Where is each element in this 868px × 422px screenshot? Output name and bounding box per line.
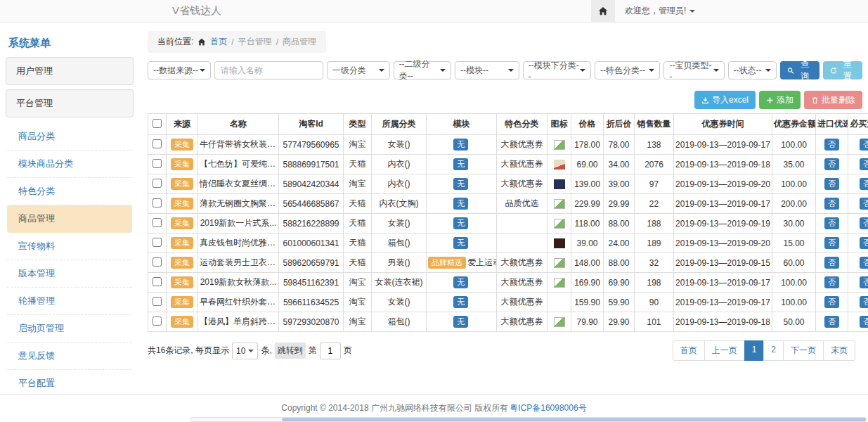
home-button[interactable]: [591, 0, 615, 23]
type-cell: 天猫: [344, 194, 372, 214]
sidebar-item-platform-config[interactable]: 平台配置: [7, 370, 132, 397]
sidebar-item-platform-mgmt[interactable]: 平台管理: [6, 89, 134, 117]
product-thumbnail-icon: [554, 238, 565, 248]
row-checkbox[interactable]: [153, 218, 162, 227]
coupon-time-cell: 2019-09-13—2019-09-18: [674, 312, 772, 332]
module-cell: 无: [427, 273, 497, 293]
sidebar-item-user-mgmt[interactable]: 用户管理: [6, 57, 134, 85]
module-select[interactable]: --模块--: [455, 61, 519, 79]
discount-cell: 69.90: [604, 273, 635, 293]
col-feature: 特色分类: [497, 114, 548, 135]
module-sub-select[interactable]: --模块下分类--: [523, 61, 591, 79]
page-1-button[interactable]: 1: [744, 340, 765, 361]
type-cell: 淘宝: [344, 135, 372, 155]
row-checkbox[interactable]: [153, 297, 162, 306]
category-cell: 女装(连衣裙): [372, 273, 427, 293]
category-cell: 内衣(): [372, 155, 427, 174]
batch-delete-button[interactable]: 批量删除: [804, 91, 862, 109]
sidebar-item-splash-mgmt[interactable]: 启动页管理: [7, 315, 132, 343]
name-input[interactable]: [214, 61, 323, 79]
taoke-id: 596611634525: [279, 293, 344, 312]
item-type-select[interactable]: --宝贝类型--: [663, 61, 724, 79]
prev-page-button[interactable]: 上一页: [704, 340, 745, 361]
sidebar-item-feature-category[interactable]: 特色分类: [7, 178, 132, 205]
chevron-down-icon: [200, 69, 205, 72]
query-button[interactable]: 查询: [780, 61, 820, 79]
next-page-button[interactable]: 下一页: [783, 340, 824, 361]
feature-select[interactable]: --特色分类--: [595, 61, 661, 79]
category2-select[interactable]: --二级分类--: [394, 61, 451, 79]
must-buy-badge: 否: [860, 257, 868, 269]
product-thumbnail-icon: [554, 258, 565, 268]
category-cell: 箱包(): [372, 234, 427, 253]
type-cell: 天猫: [344, 253, 372, 273]
sidebar-item-feedback[interactable]: 意见反馈: [7, 343, 132, 370]
imported-cell: 否: [816, 135, 848, 155]
table-row: 采集2019新款一片式系...588216228899天猫女装()无118.00…: [148, 214, 868, 234]
import-excel-button[interactable]: 导入excel: [694, 91, 756, 109]
icon-cell: [548, 293, 571, 312]
last-page-button[interactable]: 末页: [823, 340, 855, 361]
add-button[interactable]: 添加: [759, 91, 801, 109]
horizontal-scrollbar[interactable]: [190, 417, 867, 422]
taoke-id: 588216228899: [279, 214, 344, 234]
page-number-input[interactable]: [320, 343, 341, 359]
select-all-checkbox[interactable]: [153, 119, 162, 128]
page-prefix: 第: [309, 345, 317, 357]
select-all-header: [148, 114, 167, 135]
module-badge: 无: [453, 139, 468, 151]
user-menu[interactable]: 欢迎您，管理员!: [615, 5, 868, 17]
table-row: 采集早春网红针织外套女春...596611634525淘宝女装()无大额优惠券1…: [148, 293, 868, 312]
first-page-button[interactable]: 首页: [673, 340, 705, 361]
category-cell: 女装(): [372, 135, 427, 155]
scrollbar-thumb[interactable]: [282, 418, 866, 421]
row-checkbox[interactable]: [153, 257, 162, 267]
per-page-select[interactable]: 10: [232, 343, 258, 359]
row-checkbox[interactable]: [153, 179, 162, 188]
sales-cell: 101: [635, 312, 674, 332]
row-select-cell: [148, 214, 167, 234]
coupon-amount-cell: 100.00: [772, 174, 816, 194]
sidebar-item-goods-mgmt[interactable]: 商品管理: [7, 205, 132, 233]
taoke-id: 588869917501: [279, 155, 344, 174]
row-checkbox[interactable]: [153, 139, 162, 148]
product-name: 早春网红针织外套女春...: [198, 293, 279, 312]
icp-link[interactable]: 粤ICP备16098006号: [510, 402, 586, 414]
pager: 首页 上一页 1 2 下一页 末页: [673, 340, 855, 361]
table-header-row: 来源 名称 淘客Id 类型 所属分类 模块 特色分类 图标 价格 折后价 销售数…: [148, 114, 868, 135]
product-name: 牛仔背带裤女秋装减龄...: [198, 135, 279, 155]
coupon-time-cell: 2019-09-13—2019-09-15: [674, 253, 772, 273]
source-select[interactable]: --数据来源--: [148, 61, 211, 79]
module-badge: 无: [453, 316, 468, 328]
source-cell: 采集: [167, 174, 198, 194]
reset-button[interactable]: 重置: [823, 61, 862, 79]
sidebar-item-goods-category[interactable]: 商品分类: [7, 123, 132, 151]
must-buy-badge: 否: [860, 139, 868, 151]
product-name: 【七色纺】可爱纯棉家...: [198, 155, 279, 174]
source-cell: 采集: [167, 214, 198, 234]
chevron-down-icon: [713, 69, 719, 72]
must-buy-badge: 否: [860, 158, 868, 170]
product-name: 2019新款一片式系...: [198, 214, 279, 234]
product-thumbnail-icon: [554, 278, 565, 288]
imported-cell: 否: [816, 155, 848, 174]
page-2-button[interactable]: 2: [763, 340, 784, 361]
row-checkbox[interactable]: [153, 277, 162, 286]
sidebar-item-promo-material[interactable]: 宣传物料: [7, 233, 132, 260]
status-select[interactable]: --状态--: [728, 61, 777, 79]
row-checkbox[interactable]: [153, 198, 162, 207]
product-name: 真皮钱包时尚优雅女士...: [198, 234, 279, 253]
sales-cell: 188: [635, 214, 674, 234]
sidebar-item-module-goods-category[interactable]: 模块商品分类: [7, 151, 132, 178]
discount-cell: 29.90: [604, 312, 635, 332]
category1-select[interactable]: 一级分类: [327, 61, 390, 79]
action-toolbar: 导入excel 添加 批量删除: [148, 91, 862, 109]
sidebar-item-carousel-mgmt[interactable]: 轮播管理: [7, 288, 132, 315]
row-checkbox[interactable]: [153, 316, 162, 326]
module-badge: 无: [453, 178, 468, 190]
breadcrumb-home-link[interactable]: 首页: [210, 36, 227, 48]
row-checkbox[interactable]: [153, 159, 162, 168]
sidebar-item-version-mgmt[interactable]: 版本管理: [7, 260, 132, 288]
row-checkbox[interactable]: [153, 238, 162, 247]
coupon-amount-cell: 30.00: [772, 214, 816, 234]
